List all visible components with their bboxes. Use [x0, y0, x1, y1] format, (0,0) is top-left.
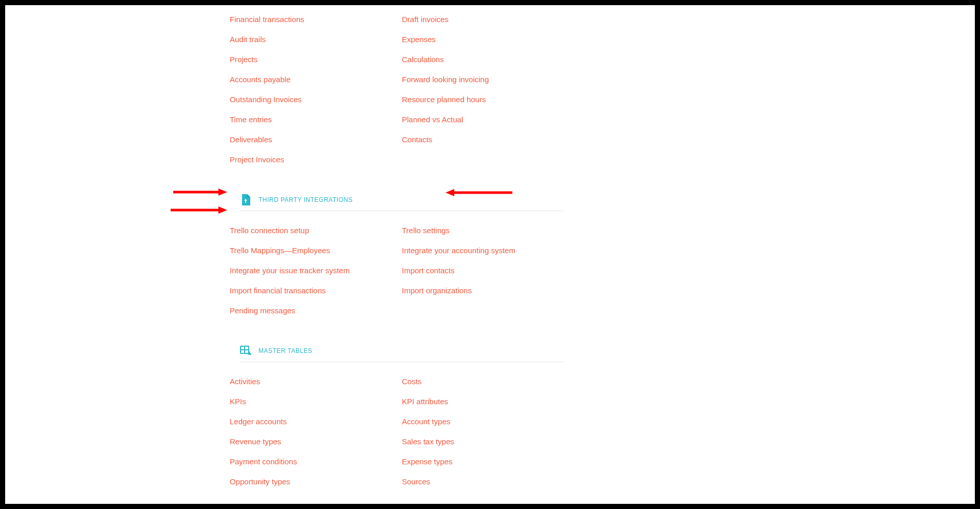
- column-right: Costs KPI attributes Account types Sales…: [402, 371, 564, 492]
- column-right: Draft invoices Expenses Calculations For…: [402, 9, 564, 169]
- section-master-tables: MASTER TABLES Activities KPIs Ledger acc…: [230, 345, 564, 492]
- link-trello-connection-setup[interactable]: Trello connection setup: [230, 220, 392, 240]
- link-deliverables[interactable]: Deliverables: [230, 129, 392, 149]
- link-account-types[interactable]: Account types: [402, 411, 564, 431]
- integrations-icon: [240, 194, 251, 205]
- section-integrations: THIRD PARTY INTEGRATIONS Trello connecti…: [230, 194, 564, 321]
- link-resource-planned-hours[interactable]: Resource planned hours: [402, 89, 564, 109]
- link-kpi-attributes[interactable]: KPI attributes: [402, 391, 564, 411]
- link-trello-mappings-employees[interactable]: Trello Mappings—Employees: [230, 240, 392, 260]
- section-top: Financial transactions Audit trails Proj…: [230, 9, 564, 169]
- link-integrate-issue-tracker[interactable]: Integrate your issue tracker system: [230, 260, 392, 280]
- link-financial-transactions[interactable]: Financial transactions: [230, 9, 392, 29]
- link-import-financial-transactions[interactable]: Import financial transactions: [230, 280, 392, 300]
- annotation-arrow-1: [173, 188, 227, 196]
- column-left: Activities KPIs Ledger accounts Revenue …: [230, 371, 392, 492]
- link-import-organizations[interactable]: Import organizations: [402, 280, 564, 300]
- link-grid-top: Financial transactions Audit trails Proj…: [230, 9, 564, 169]
- column-left: Trello connection setup Trello Mappings—…: [230, 220, 392, 321]
- link-pending-messages[interactable]: Pending messages: [230, 300, 392, 321]
- link-draft-invoices[interactable]: Draft invoices: [402, 9, 564, 29]
- page-wrapper: Financial transactions Audit trails Proj…: [5, 5, 975, 504]
- link-project-invoices[interactable]: Project Invoices: [230, 149, 392, 169]
- link-accounts-payable[interactable]: Accounts payable: [230, 69, 392, 89]
- section-title-integrations: THIRD PARTY INTEGRATIONS: [258, 196, 353, 203]
- link-opportunity-types[interactable]: Opportunity types: [230, 472, 392, 492]
- section-title-master: MASTER TABLES: [258, 347, 312, 354]
- link-planned-vs-actual[interactable]: Planned vs Actual: [402, 109, 564, 129]
- link-kpis[interactable]: KPIs: [230, 391, 392, 411]
- column-right: Trello settings Integrate your accountin…: [402, 220, 564, 321]
- svg-marker-8: [218, 206, 227, 214]
- link-activities[interactable]: Activities: [230, 371, 392, 391]
- svg-marker-6: [218, 188, 227, 196]
- svg-rect-2: [245, 347, 248, 349]
- link-trello-settings[interactable]: Trello settings: [402, 220, 564, 240]
- link-time-entries[interactable]: Time entries: [230, 109, 392, 129]
- svg-rect-4: [245, 350, 248, 353]
- link-revenue-types[interactable]: Revenue types: [230, 431, 392, 451]
- settings-content: Financial transactions Audit trails Proj…: [230, 9, 564, 492]
- link-forward-looking-invoicing[interactable]: Forward looking invoicing: [402, 69, 564, 89]
- annotation-arrow-2: [171, 206, 227, 214]
- link-sales-tax-types[interactable]: Sales tax types: [402, 431, 564, 451]
- master-tables-icon: [240, 345, 251, 356]
- link-grid-integrations: Trello connection setup Trello Mappings—…: [230, 220, 564, 321]
- link-expense-types[interactable]: Expense types: [402, 451, 564, 472]
- link-import-contacts[interactable]: Import contacts: [402, 260, 564, 280]
- svg-rect-1: [241, 347, 244, 349]
- svg-rect-3: [241, 350, 244, 353]
- link-contacts[interactable]: Contacts: [402, 129, 564, 149]
- link-payment-conditions[interactable]: Payment conditions: [230, 451, 392, 472]
- link-costs[interactable]: Costs: [402, 371, 564, 391]
- link-projects[interactable]: Projects: [230, 49, 392, 69]
- link-sources[interactable]: Sources: [402, 472, 564, 492]
- link-audit-trails[interactable]: Audit trails: [230, 29, 392, 49]
- link-expenses[interactable]: Expenses: [402, 29, 564, 49]
- section-header-master: MASTER TABLES: [240, 345, 564, 362]
- link-calculations[interactable]: Calculations: [402, 49, 564, 69]
- column-left: Financial transactions Audit trails Proj…: [230, 9, 392, 169]
- link-grid-master: Activities KPIs Ledger accounts Revenue …: [230, 371, 564, 492]
- link-ledger-accounts[interactable]: Ledger accounts: [230, 411, 392, 431]
- link-outstanding-invoices[interactable]: Outstanding Invoices: [230, 89, 392, 109]
- section-header-integrations: THIRD PARTY INTEGRATIONS: [240, 194, 564, 211]
- link-integrate-accounting[interactable]: Integrate your accounting system: [402, 240, 564, 260]
